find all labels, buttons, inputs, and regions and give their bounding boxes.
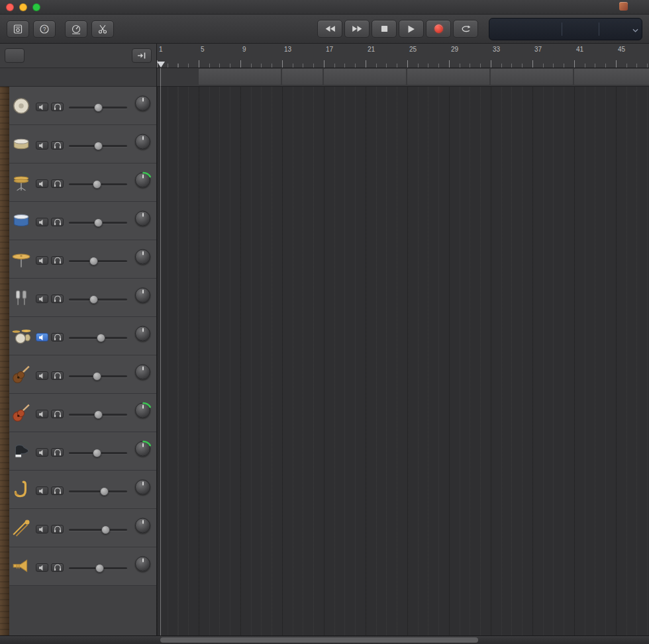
arrangement-section-verse2[interactable] <box>324 69 406 85</box>
mute-button[interactable] <box>36 256 48 265</box>
track-header-kick[interactable] <box>9 87 156 125</box>
solo-button[interactable] <box>51 141 64 150</box>
close-button[interactable] <box>6 3 14 11</box>
pan-knob[interactable] <box>134 402 152 423</box>
pan-knob[interactable] <box>134 518 152 538</box>
rewind-button[interactable] <box>317 20 342 38</box>
track-header-toms[interactable] <box>9 202 156 240</box>
pan-knob[interactable] <box>134 479 152 500</box>
volume-slider[interactable] <box>69 218 127 227</box>
volume-slider[interactable] <box>69 256 127 265</box>
volume-slider[interactable] <box>69 179 127 189</box>
track-header-overheads[interactable] <box>9 240 156 279</box>
track-header-drums[interactable] <box>9 317 156 355</box>
lcd-display[interactable] <box>489 18 642 40</box>
arrangement-section-verse1[interactable] <box>282 69 323 85</box>
volume-slider[interactable] <box>69 333 127 342</box>
chevron-down-icon[interactable] <box>632 23 638 35</box>
editors-button[interactable] <box>91 21 114 38</box>
track-header-saxophone[interactable] <box>9 471 156 509</box>
pan-knob[interactable] <box>134 134 152 154</box>
mute-button[interactable] <box>36 218 48 226</box>
track-header-hat[interactable] <box>9 163 156 202</box>
volume-slider[interactable] <box>69 563 127 573</box>
catch-playhead-button[interactable] <box>132 48 152 63</box>
volume-slider[interactable] <box>69 410 127 419</box>
mute-button[interactable] <box>36 410 48 418</box>
playhead-marker[interactable] <box>157 62 165 68</box>
volume-slider[interactable] <box>69 141 127 150</box>
stop-button[interactable] <box>372 20 397 38</box>
mute-button[interactable] <box>36 371 48 380</box>
solo-button[interactable] <box>51 218 64 226</box>
mute-button[interactable] <box>36 333 48 342</box>
volume-slider[interactable] <box>69 486 127 496</box>
lcd-key-section[interactable] <box>604 20 632 38</box>
smart-controls-button[interactable] <box>65 21 87 38</box>
volume-slider[interactable] <box>69 295 127 304</box>
volume-slider-thumb[interactable] <box>94 410 103 419</box>
mute-button[interactable] <box>36 141 48 150</box>
record-button[interactable] <box>426 20 451 38</box>
solo-button[interactable] <box>51 103 64 111</box>
horizontal-scrollbar[interactable] <box>160 637 478 643</box>
solo-button[interactable] <box>51 525 64 533</box>
mute-button[interactable] <box>36 563 48 572</box>
solo-button[interactable] <box>51 333 64 342</box>
pan-knob[interactable] <box>134 556 152 576</box>
solo-button[interactable] <box>51 256 64 265</box>
volume-slider-thumb[interactable] <box>93 372 101 381</box>
mute-button[interactable] <box>36 448 48 457</box>
zoom-button[interactable] <box>32 3 40 11</box>
pan-knob[interactable] <box>134 326 152 346</box>
solo-button[interactable] <box>51 295 64 303</box>
volume-slider[interactable] <box>69 525 127 534</box>
volume-slider-thumb[interactable] <box>94 218 103 227</box>
volume-slider-thumb[interactable] <box>100 487 109 496</box>
track-header-room[interactable] <box>9 279 156 317</box>
pan-knob[interactable] <box>134 95 152 116</box>
timeline-ruler[interactable]: 159131721252933374145 <box>157 44 649 68</box>
arrangement-section-verse3[interactable] <box>407 69 489 85</box>
volume-slider[interactable] <box>69 103 127 112</box>
arrangement-track-header[interactable] <box>0 68 156 87</box>
volume-slider-thumb[interactable] <box>89 257 98 265</box>
volume-slider-thumb[interactable] <box>94 103 103 112</box>
mute-button[interactable] <box>36 295 48 303</box>
pan-knob[interactable] <box>134 441 152 461</box>
solo-button[interactable] <box>51 486 64 495</box>
lcd-tempo-section[interactable] <box>568 20 593 38</box>
pan-knob[interactable] <box>134 172 152 193</box>
pan-knob[interactable] <box>134 210 152 231</box>
volume-slider[interactable] <box>69 448 127 457</box>
volume-slider-thumb[interactable] <box>93 180 101 189</box>
play-button[interactable] <box>399 20 424 38</box>
volume-slider-thumb[interactable] <box>101 526 110 534</box>
library-button[interactable] <box>7 21 29 38</box>
solo-button[interactable] <box>51 371 64 380</box>
add-track-button[interactable] <box>5 48 25 63</box>
mute-button[interactable] <box>36 103 48 111</box>
track-header-trumpets[interactable] <box>9 547 156 586</box>
volume-slider-thumb[interactable] <box>95 564 104 573</box>
track-header-bass[interactable] <box>9 355 156 394</box>
volume-slider-thumb[interactable] <box>97 334 105 342</box>
mute-button[interactable] <box>36 486 48 495</box>
cycle-button[interactable] <box>453 20 478 38</box>
pan-knob[interactable] <box>134 249 152 269</box>
volume-slider-thumb[interactable] <box>89 295 98 304</box>
pan-knob[interactable] <box>134 364 152 385</box>
empty-lane-area[interactable] <box>157 87 649 635</box>
track-header-trombone[interactable] <box>9 509 156 547</box>
mute-button[interactable] <box>36 525 48 533</box>
track-header-snare[interactable] <box>9 125 156 163</box>
minimize-button[interactable] <box>19 3 27 11</box>
pan-knob[interactable] <box>134 287 152 308</box>
arrangement-section-intro[interactable] <box>199 69 281 85</box>
lcd-position-section[interactable] <box>496 20 556 38</box>
arrangement-section-chorus2[interactable] <box>574 69 649 85</box>
fast-forward-button[interactable] <box>344 20 370 38</box>
volume-slider-thumb[interactable] <box>94 142 103 150</box>
solo-button[interactable] <box>51 179 64 188</box>
solo-button[interactable] <box>51 410 64 418</box>
